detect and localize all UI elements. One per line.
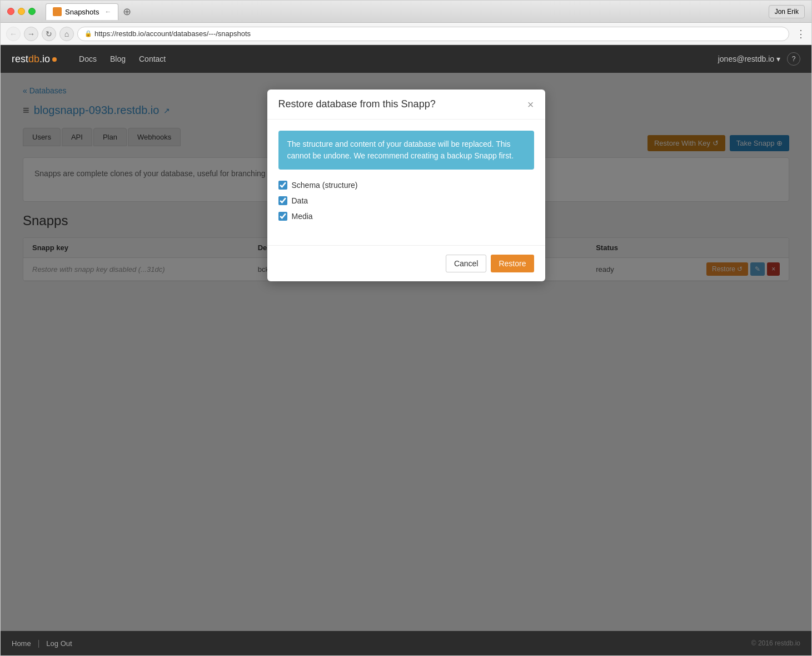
browser-toolbar: ← → ↻ ⌂ 🔒 https://restdb.io/account/data… xyxy=(1,23,811,45)
home-button[interactable]: ⌂ xyxy=(59,27,74,41)
modal-checkboxes: Schema (structure) Data Media xyxy=(278,181,534,221)
nav-right: jones@restdb.io ▾ ? xyxy=(718,52,800,66)
tab-favicon xyxy=(53,7,62,16)
data-checkbox[interactable] xyxy=(278,196,287,205)
modal-body: The structure and content of your databa… xyxy=(267,120,545,245)
browser-user-button[interactable]: Jon Erik xyxy=(769,5,805,18)
app-body: restdb.io Docs Blog Contact jones@restdb… xyxy=(1,45,811,655)
address-text: https://restdb.io/account/databases/---/… xyxy=(94,29,251,38)
modal-footer: Cancel Restore xyxy=(267,245,545,281)
maximize-traffic-light[interactable] xyxy=(28,8,36,15)
app-nav: restdb.io Docs Blog Contact jones@restdb… xyxy=(1,45,811,73)
help-button[interactable]: ? xyxy=(787,52,800,66)
app-footer: Home | Log Out © 2016 restdb.io xyxy=(1,631,811,655)
checkbox-media[interactable]: Media xyxy=(278,212,534,221)
browser-menu-button[interactable]: ⋮ xyxy=(796,28,806,40)
schema-label: Schema (structure) xyxy=(292,181,358,190)
logo[interactable]: restdb.io xyxy=(12,53,57,65)
footer-logout-link[interactable]: Log Out xyxy=(46,639,72,648)
modal-title: Restore database from this Snapp? xyxy=(278,98,436,110)
nav-user-menu[interactable]: jones@restdb.io ▾ xyxy=(718,54,780,63)
refresh-button[interactable]: ↻ xyxy=(42,27,56,41)
new-tab-button[interactable]: ⊕ xyxy=(118,3,135,20)
confirm-restore-button[interactable]: Restore xyxy=(491,255,534,272)
modal-overlay: Restore database from this Snapp? × The … xyxy=(1,73,811,631)
modal-header: Restore database from this Snapp? × xyxy=(267,90,545,120)
logo-text: restdb.io xyxy=(12,53,50,65)
nav-contact-link[interactable]: Contact xyxy=(139,54,166,63)
checkbox-data[interactable]: Data xyxy=(278,196,534,205)
main-content: Databases ≡ blogsnapp-093b.restdb.io ↗ U… xyxy=(1,73,811,631)
traffic-lights xyxy=(7,8,36,15)
tab-title: Snapshots xyxy=(65,8,99,16)
restore-modal: Restore database from this Snapp? × The … xyxy=(267,90,545,281)
media-label: Media xyxy=(292,212,313,221)
modal-warning-text: The structure and content of your databa… xyxy=(278,131,534,170)
media-checkbox[interactable] xyxy=(278,212,287,221)
minimize-traffic-light[interactable] xyxy=(18,8,25,15)
data-label: Data xyxy=(292,196,308,205)
back-button[interactable]: ← xyxy=(6,27,21,41)
forward-button[interactable]: → xyxy=(24,27,38,41)
tab-close-button[interactable]: ← xyxy=(104,8,111,16)
footer-copyright: © 2016 restdb.io xyxy=(751,639,800,647)
address-bar[interactable]: 🔒 https://restdb.io/account/databases/--… xyxy=(77,27,789,41)
footer-divider: | xyxy=(38,639,40,648)
logo-dot xyxy=(52,57,57,62)
footer-home-link[interactable]: Home xyxy=(12,639,31,648)
tab-bar: Snapshots ← ⊕ xyxy=(46,3,764,20)
browser-tab[interactable]: Snapshots ← xyxy=(46,3,118,20)
checkbox-schema[interactable]: Schema (structure) xyxy=(278,181,534,190)
nav-docs-link[interactable]: Docs xyxy=(79,54,97,63)
lock-icon: 🔒 xyxy=(84,30,92,37)
modal-close-button[interactable]: × xyxy=(527,99,534,110)
close-traffic-light[interactable] xyxy=(7,8,14,15)
cancel-button[interactable]: Cancel xyxy=(446,255,487,272)
nav-blog-link[interactable]: Blog xyxy=(110,54,126,63)
schema-checkbox[interactable] xyxy=(278,181,287,190)
